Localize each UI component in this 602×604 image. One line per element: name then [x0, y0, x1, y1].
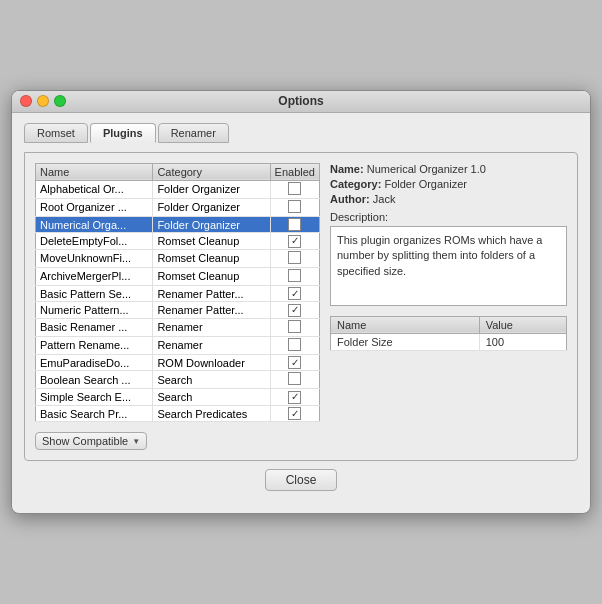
plugin-name-cell: Boolean Search ... [36, 371, 153, 389]
info-author-label: Author: [330, 193, 370, 205]
plugin-category-cell: Romset Cleanup [153, 267, 270, 285]
plugin-checkbox[interactable] [288, 200, 301, 213]
plugin-enabled-cell[interactable] [270, 216, 319, 233]
tab-romset[interactable]: Romset [24, 123, 88, 143]
plugin-enabled-cell[interactable] [270, 233, 319, 250]
info-description-box: This plugin organizes ROMs which have a … [330, 226, 567, 306]
info-name-value: Numerical Organizer 1.0 [367, 163, 486, 175]
table-row[interactable]: Basic Pattern Se...Renamer Patter... [36, 285, 320, 302]
plugin-name-cell: Numerical Orga... [36, 216, 153, 233]
plugin-enabled-cell[interactable] [270, 285, 319, 302]
table-row[interactable]: DeleteEmptyFol...Romset Cleanup [36, 233, 320, 250]
table-row[interactable]: EmuParadiseDo...ROM Downloader [36, 354, 320, 371]
plugin-enabled-cell[interactable] [270, 198, 319, 216]
tab-plugins[interactable]: Plugins [90, 123, 156, 143]
traffic-lights [20, 95, 66, 107]
col-header-name: Name [36, 163, 153, 180]
info-author: Author: Jack [330, 193, 567, 205]
plugin-checkbox[interactable] [288, 407, 301, 420]
plugin-checkbox[interactable] [288, 269, 301, 282]
window-title: Options [278, 94, 323, 108]
plugin-name-cell: Root Organizer ... [36, 198, 153, 216]
props-name-cell: Folder Size [331, 333, 480, 350]
window-content: Romset Plugins Renamer Name Category Ena… [12, 113, 590, 514]
plugin-checkbox[interactable] [288, 235, 301, 248]
plugin-enabled-cell[interactable] [270, 249, 319, 267]
plugin-enabled-cell[interactable] [270, 336, 319, 354]
plugin-table: Name Category Enabled Alphabetical Or...… [35, 163, 320, 423]
plugin-checkbox[interactable] [288, 391, 301, 404]
show-compatible-label: Show Compatible [42, 435, 128, 447]
table-row[interactable]: Simple Search E...Search [36, 389, 320, 406]
plugin-enabled-cell[interactable] [270, 267, 319, 285]
plugin-checkbox[interactable] [288, 304, 301, 317]
plugin-name-cell: Simple Search E... [36, 389, 153, 406]
plugin-name-cell: Pattern Rename... [36, 336, 153, 354]
plugin-enabled-cell[interactable] [270, 318, 319, 336]
plugin-category-cell: Renamer Patter... [153, 302, 270, 319]
title-bar: Options [12, 91, 590, 113]
info-name: Name: Numerical Organizer 1.0 [330, 163, 567, 175]
plugin-enabled-cell[interactable] [270, 354, 319, 371]
props-table: Name Value Folder Size100 [330, 316, 567, 351]
info-description-text: This plugin organizes ROMs which have a … [337, 234, 542, 277]
table-row[interactable]: Root Organizer ...Folder Organizer [36, 198, 320, 216]
plugin-list-panel: Name Category Enabled Alphabetical Or...… [35, 163, 320, 451]
plugin-name-cell: ArchiveMergerPl... [36, 267, 153, 285]
plugin-name-cell: Basic Renamer ... [36, 318, 153, 336]
plugin-name-cell: DeleteEmptyFol... [36, 233, 153, 250]
info-category-label: Category: [330, 178, 381, 190]
plugin-checkbox[interactable] [288, 251, 301, 264]
props-value-cell[interactable]: 100 [479, 333, 566, 350]
info-name-label: Name: [330, 163, 364, 175]
plugin-name-cell: Alphabetical Or... [36, 180, 153, 198]
info-description-label: Description: [330, 211, 567, 223]
plugin-checkbox[interactable] [288, 356, 301, 369]
plugin-checkbox[interactable] [288, 287, 301, 300]
plugin-category-cell: Romset Cleanup [153, 249, 270, 267]
plugin-checkbox[interactable] [288, 182, 301, 195]
plugin-enabled-cell[interactable] [270, 405, 319, 422]
table-row[interactable]: Alphabetical Or...Folder Organizer [36, 180, 320, 198]
plugin-checkbox[interactable] [288, 372, 301, 385]
table-row[interactable]: Pattern Rename...Renamer [36, 336, 320, 354]
plugin-category-cell: Folder Organizer [153, 198, 270, 216]
tab-renamer[interactable]: Renamer [158, 123, 229, 143]
plugin-name-cell: Basic Pattern Se... [36, 285, 153, 302]
plugin-category-cell: Folder Organizer [153, 180, 270, 198]
show-compatible-button[interactable]: Show Compatible ▼ [35, 432, 147, 450]
plugin-enabled-cell[interactable] [270, 389, 319, 406]
close-traffic-light[interactable] [20, 95, 32, 107]
maximize-traffic-light[interactable] [54, 95, 66, 107]
table-row[interactable]: Boolean Search ...Search [36, 371, 320, 389]
table-row[interactable]: MoveUnknownFi...Romset Cleanup [36, 249, 320, 267]
plugin-checkbox[interactable] [288, 338, 301, 351]
bottom-bar: Show Compatible ▼ [35, 432, 320, 450]
plugin-enabled-cell[interactable] [270, 302, 319, 319]
plugin-category-cell: Renamer [153, 318, 270, 336]
plugin-name-cell: MoveUnknownFi... [36, 249, 153, 267]
plugin-category-cell: Search [153, 389, 270, 406]
plugin-enabled-cell[interactable] [270, 180, 319, 198]
props-col-value: Value [479, 316, 566, 333]
table-row[interactable]: Basic Search Pr...Search Predicates [36, 405, 320, 422]
table-row[interactable]: Basic Renamer ...Renamer [36, 318, 320, 336]
plugin-name-cell: Numeric Pattern... [36, 302, 153, 319]
table-row[interactable]: Numerical Orga...Folder Organizer [36, 216, 320, 233]
minimize-traffic-light[interactable] [37, 95, 49, 107]
footer-bar: Close [24, 461, 578, 501]
close-button[interactable]: Close [265, 469, 338, 491]
table-row[interactable]: ArchiveMergerPl...Romset Cleanup [36, 267, 320, 285]
dropdown-arrow-icon: ▼ [132, 437, 140, 446]
plugin-name-cell: EmuParadiseDo... [36, 354, 153, 371]
col-header-category: Category [153, 163, 270, 180]
plugins-layout: Name Category Enabled Alphabetical Or...… [35, 163, 567, 451]
plugin-category-cell: Romset Cleanup [153, 233, 270, 250]
plugin-enabled-cell[interactable] [270, 371, 319, 389]
plugin-checkbox[interactable] [288, 320, 301, 333]
info-category-value: Folder Organizer [384, 178, 467, 190]
plugin-category-cell: Renamer Patter... [153, 285, 270, 302]
table-row[interactable]: Numeric Pattern...Renamer Patter... [36, 302, 320, 319]
plugin-checkbox[interactable] [288, 218, 301, 231]
options-window: Options Romset Plugins Renamer Name Cate… [11, 90, 591, 515]
